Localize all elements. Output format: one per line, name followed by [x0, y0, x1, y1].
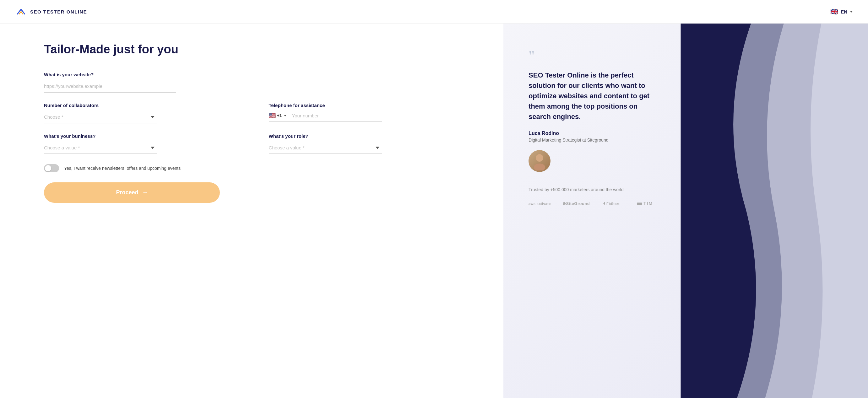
brand-fbstart: FbStart — [602, 200, 628, 208]
website-input[interactable] — [44, 80, 176, 93]
phone-input-row: 🇺🇸 +1 — [269, 111, 382, 122]
brand-siteground: ⊕SiteGround — [562, 200, 594, 208]
phone-flag-icon: 🇺🇸 — [269, 112, 276, 119]
business-select[interactable]: Choose a value * Agency Freelancer Enter… — [44, 142, 157, 154]
collaborators-select[interactable]: Choose * 1-5 6-10 11-50 51-200 200+ — [44, 111, 157, 123]
testimonial-author-name: Luca Rodino — [529, 131, 843, 136]
newsletter-row: Yes, I want receive newsletters, offers … — [44, 164, 478, 172]
business-select-wrapper: Choose a value * Agency Freelancer Enter… — [44, 142, 157, 154]
brand-aws: aws activate — [529, 200, 554, 208]
lang-label: EN — [841, 9, 847, 14]
svg-marker-5 — [603, 201, 605, 205]
logo-icon — [15, 6, 27, 18]
chevron-down-icon — [850, 11, 853, 12]
siteground-logo-svg: ⊕SiteGround — [562, 200, 594, 207]
collaborators-phone-row: Number of collaborators Choose * 1-5 6-1… — [44, 103, 478, 123]
testimonial-panel: " SEO Tester Online is the perfect solut… — [503, 24, 868, 398]
role-select[interactable]: Choose a value * CEO Marketing Manager S… — [269, 142, 382, 154]
proceed-button[interactable]: Proceed → — [44, 183, 220, 203]
role-select-wrapper: Choose a value * CEO Marketing Manager S… — [269, 142, 382, 154]
svg-text:FbStart: FbStart — [607, 202, 620, 206]
toggle-thumb — [45, 165, 51, 171]
tim-logo-svg: TIM — [637, 200, 655, 207]
brand-logos: aws activate ⊕SiteGround FbStart — [529, 200, 843, 208]
phone-prefix[interactable]: 🇺🇸 +1 — [269, 112, 289, 119]
phone-chevron-icon — [284, 115, 286, 117]
business-label: What's your buniness? — [44, 133, 254, 139]
quote-mark-icon: " — [529, 48, 843, 64]
website-label: What is your website? — [44, 72, 478, 77]
phone-label: Telephone for assistance — [269, 103, 478, 108]
role-col: What's your role? Choose a value * CEO M… — [269, 133, 478, 154]
trusted-text: Trusted by +500.000 marketers around the… — [529, 187, 843, 192]
business-col: What's your buniness? Choose a value * A… — [44, 133, 254, 154]
logo-text: SEO TESTER ONLINE — [30, 9, 87, 14]
lang-selector[interactable]: 🇬🇧 EN — [830, 8, 853, 15]
testimonial-author-role: Digital Marketing Strategist at Sitegrou… — [529, 137, 843, 142]
svg-text:aws activate: aws activate — [529, 202, 551, 206]
svg-text:⊕SiteGround: ⊕SiteGround — [562, 201, 590, 206]
fbstart-logo-svg: FbStart — [602, 200, 628, 207]
flag-icon: 🇬🇧 — [830, 8, 838, 15]
aws-logo-svg: aws activate — [529, 200, 554, 207]
brand-tim: TIM — [637, 200, 655, 208]
newsletter-label: Yes, I want receive newsletters, offers … — [64, 166, 181, 171]
collaborators-col: Number of collaborators Choose * 1-5 6-1… — [44, 103, 254, 123]
proceed-arrow-icon: → — [142, 189, 148, 196]
testimonial-content: " SEO Tester Online is the perfect solut… — [503, 24, 868, 227]
website-group: What is your website? — [44, 72, 478, 93]
avatar-placeholder — [529, 150, 551, 172]
page-title: Tailor-Made just for you — [44, 42, 478, 57]
collaborators-select-wrapper: Choose * 1-5 6-10 11-50 51-200 200+ — [44, 111, 157, 123]
svg-text:TIM: TIM — [644, 201, 653, 206]
form-panel: Tailor-Made just for you What is your we… — [0, 24, 503, 398]
newsletter-toggle[interactable] — [44, 164, 59, 172]
testimonial-quote: SEO Tester Online is the perfect solutio… — [529, 70, 654, 122]
role-label: What's your role? — [269, 133, 478, 139]
collaborators-label: Number of collaborators — [44, 103, 254, 108]
proceed-label: Proceed — [116, 189, 138, 196]
logo-area: SEO TESTER ONLINE — [15, 6, 87, 18]
phone-code: +1 — [277, 113, 282, 118]
svg-point-1 — [536, 154, 543, 162]
phone-number-input[interactable] — [289, 111, 382, 120]
phone-col: Telephone for assistance 🇺🇸 +1 — [269, 103, 478, 123]
avatar-svg — [530, 152, 549, 170]
svg-point-2 — [534, 164, 545, 170]
header: SEO TESTER ONLINE 🇬🇧 EN — [0, 0, 868, 24]
main-layout: Tailor-Made just for you What is your we… — [0, 24, 868, 398]
business-role-row: What's your buniness? Choose a value * A… — [44, 133, 478, 154]
avatar — [529, 150, 551, 172]
